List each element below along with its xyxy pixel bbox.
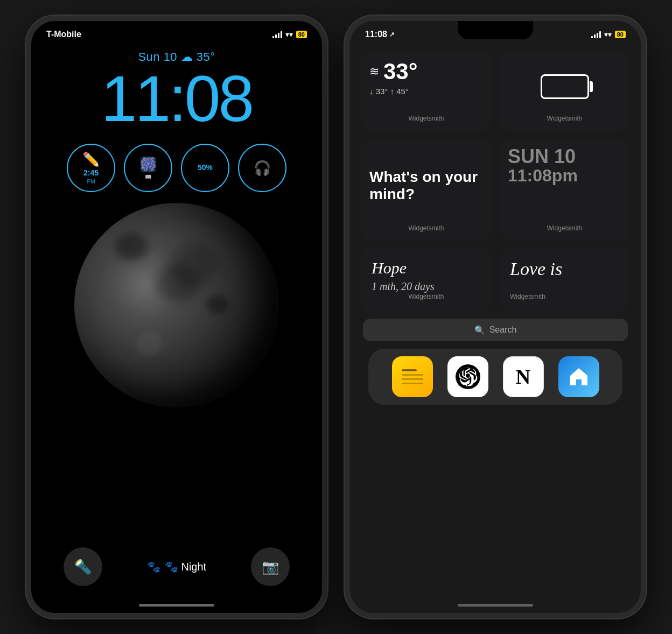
location-arrow-icon: ↗ [389,31,395,38]
mindfulness-text: What's on your mind? [369,168,483,203]
widget-row-1: ≋ 33° ↓ 33° ↑ 45° Widgetsmith Widgetsmit… [361,50,630,131]
home-app-icon[interactable] [558,356,599,397]
home-indicator-left [139,604,214,607]
datetime-widget[interactable]: SUN 10 11:08pm Widgetsmith [499,138,630,241]
fireworks-icon: 🎆 [139,156,157,173]
mindfulness-content: What's on your mind? [369,147,483,224]
widget-time: 2:45 [83,169,99,177]
mindfulness-widget-label: Widgetsmith [369,224,483,232]
search-icon: 🔍 [474,325,485,335]
flashlight-button[interactable]: 🔦 [64,547,102,586]
home-house-icon [567,365,591,389]
notes-line-2 [402,374,423,376]
lock-widgets-row: ✏️ 2:45 PM 🎆 📖 50% 🎧 [31,144,322,192]
moon-circle [74,203,279,407]
weather-content: ≋ 33° ↓ 33° ↑ 45° [369,59,483,96]
datetime-widget-label: Widgetsmith [508,224,621,232]
signal-icon-right [591,31,601,38]
wifi-icon-right: ▾▾ [604,30,612,39]
love-title: Love is [510,259,562,279]
battery-percent: 50% [198,164,213,172]
mindfulness-widget[interactable]: What's on your mind? Widgetsmith [361,138,492,241]
status-icons-right: ▾▾ 80 [591,30,626,39]
notes-line-4 [402,383,423,384]
time-location: 11:08 ↗ [365,30,395,39]
temp-range: ↓ 33° ↑ 45° [369,87,483,96]
widget-period: PM [87,179,95,185]
home-time: 11:08 [365,30,387,39]
love-widget-label: Widgetsmith [510,293,545,300]
love-content: Love is [510,259,562,279]
lock-widget-reminder[interactable]: ✏️ 2:45 PM [67,144,115,192]
notes-line-1 [402,369,417,371]
left-phone: T-Mobile ▾▾ 80 Sun 10 ☁ 35° 11:08 ✏️ 2:4… [26,16,327,618]
moon-crater-2 [136,332,163,356]
hope-widget-label: Widgetsmith [372,293,481,300]
moon-image [31,203,322,407]
battery-content [541,59,589,115]
chatgpt-svg [458,367,478,386]
app-dock: N [368,349,622,405]
lock-widget-fireworks[interactable]: 🎆 📖 [124,144,172,192]
camera-icon: 📷 [262,559,279,575]
lock-widget-battery[interactable]: 50% [181,144,229,192]
status-icons-left: ▾▾ 80 [272,30,307,39]
status-bar-right: 11:08 ↗ ▾▾ 80 [350,21,641,44]
flashlight-icon: 🔦 [74,559,92,575]
battery-badge-left: 80 [296,31,307,38]
notes-app-icon[interactable] [392,356,433,397]
widget-row-3: Hope 1 mth, 20 days Widgetsmith Love is … [361,248,630,311]
signal-icon [272,31,282,38]
widget-row-2: What's on your mind? Widgetsmith SUN 10 … [361,138,630,241]
notion-app-icon[interactable]: N [503,356,544,397]
notes-line-3 [402,378,423,380]
status-bar-left: T-Mobile ▾▾ 80 [31,21,322,44]
night-label: 🐾 🐾 Night [147,560,206,573]
lock-widget-headphones[interactable]: 🎧 [238,144,286,192]
weather-temp-row: ≋ 33° [369,59,483,84]
paw-icon: 🐾 [147,560,160,573]
moon-crater-3 [169,244,218,287]
book-icon: 📖 [145,174,151,180]
chatgpt-app-icon[interactable] [447,356,488,397]
search-label: Search [489,325,517,335]
pencil-icon: ✏️ [82,151,100,168]
battery-widget-label: Widgetsmith [547,115,582,122]
temperature-main: 33° [383,59,418,84]
carrier-label: T-Mobile [46,30,81,39]
love-widget[interactable]: Love is Widgetsmith [499,248,630,311]
lock-bottom-bar: 🔦 🐾 🐾 Night 📷 [31,547,322,586]
camera-button[interactable]: 📷 [251,547,290,586]
search-bar[interactable]: 🔍 Search [363,319,628,341]
hope-widget[interactable]: Hope 1 mth, 20 days Widgetsmith [361,248,492,311]
battery-widget[interactable]: Widgetsmith [499,50,630,131]
weather-widget[interactable]: ≋ 33° ↓ 33° ↑ 45° Widgetsmith [361,50,492,131]
date-day: SUN 10 [508,147,576,166]
home-content: ≋ 33° ↓ 33° ↑ 45° Widgetsmith Widgetsmit… [350,44,641,411]
home-indicator-right [458,604,533,607]
notion-n-letter: N [516,365,530,389]
night-text: 🐾 Night [165,560,206,573]
hope-subtitle: 1 mth, 20 days [372,280,481,293]
hope-title: Hope [372,259,481,277]
date-time-value: 11:08pm [508,166,578,185]
battery-badge-right: 80 [615,31,626,38]
battery-icon-large [541,74,589,99]
wifi-icon: ▾▾ [285,30,293,39]
headphones-icon: 🎧 [254,160,271,177]
hope-content: Hope 1 mth, 20 days [372,259,481,293]
lock-time: 11:08 [31,66,322,131]
wind-icon: ≋ [369,65,379,79]
chatgpt-logo [456,364,480,389]
datetime-content: SUN 10 11:08pm [508,147,621,185]
weather-widget-label: Widgetsmith [369,115,483,122]
right-phone: 11:08 ↗ ▾▾ 80 ≋ 33° ↓ 33° ↑ 45° [345,16,646,618]
